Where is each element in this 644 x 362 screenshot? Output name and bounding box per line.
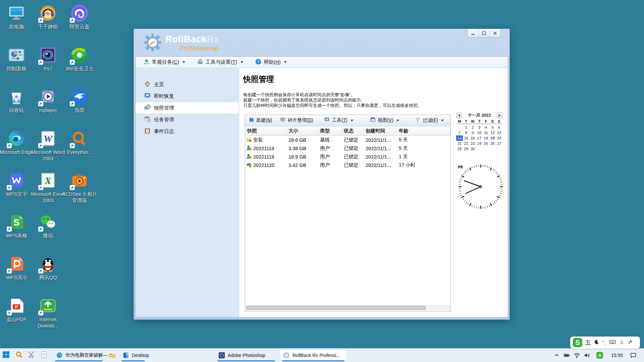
toolbar-button-视图[interactable]: 视图(V) <box>369 115 400 126</box>
photoshop-icon <box>218 352 225 359</box>
calendar-date-13[interactable]: 13 <box>496 130 502 135</box>
snip-button[interactable] <box>28 351 35 360</box>
calendar-date-28[interactable]: 28 <box>456 146 463 152</box>
punctuation-indicator[interactable]: °, <box>602 340 606 345</box>
table-cell: 已锁定 <box>342 161 364 169</box>
calendar-date-19[interactable]: 19 <box>489 135 496 141</box>
calendar-date-26[interactable]: 26 <box>489 141 496 146</box>
person-icon[interactable] <box>619 339 625 346</box>
calendar-date-8[interactable]: 8 <box>463 130 470 135</box>
column-header-快照[interactable]: 快照 <box>245 126 286 136</box>
calendar-date-15[interactable]: 15 <box>463 135 470 141</box>
desktop-icon-qq[interactable]: 腾讯QQ <box>30 255 66 281</box>
window-titlebar[interactable]: RollBackRx Professional <box>135 29 508 56</box>
tray-battery-button[interactable] <box>564 352 570 359</box>
menu-帮助[interactable]: ?帮助(H) <box>255 59 287 66</box>
tray-clock[interactable]: 15:55 <box>611 353 623 358</box>
scrollbar-thumb[interactable] <box>246 306 426 310</box>
table-row[interactable]: 202211143.38 GB用户已锁定2022/11/1...5 天 <box>245 144 450 153</box>
sidebar-item-主页[interactable]: 主页 <box>136 79 239 90</box>
calendar-date-25[interactable]: 25 <box>483 141 489 146</box>
column-header-创建时间[interactable]: 创建时间 <box>364 126 397 136</box>
calendar-date-1[interactable]: 1 <box>463 125 470 130</box>
desktop-icon-aliyun[interactable]: 阿里云盘 <box>61 4 98 30</box>
input-method-logo-icon[interactable]: S <box>573 338 582 347</box>
next-month-button[interactable] <box>497 113 502 118</box>
minimize-button[interactable] <box>468 29 479 37</box>
calendar-date-22[interactable]: 22 <box>463 141 470 146</box>
notepad-button[interactable] <box>40 351 48 360</box>
column-header-类型[interactable]: 类型 <box>318 126 342 136</box>
desktop-icon-idm[interactable]: Internet Downlo... <box>30 297 66 329</box>
calendar-date-21[interactable]: 21 <box>456 141 463 146</box>
column-header-状态[interactable]: 状态 <box>342 126 364 136</box>
folder-icon <box>109 352 116 359</box>
window-controls <box>467 29 501 38</box>
calendar-date-12[interactable]: 12 <box>489 130 496 135</box>
sidebar-item-任务管理[interactable]: 任务管理 <box>136 114 239 125</box>
win-start-button[interactable] <box>2 351 10 360</box>
maximize-button[interactable] <box>479 29 490 37</box>
desktop-icon-safe360[interactable]: 360安全卫士 <box>61 46 98 72</box>
calendar-date-3[interactable]: 3 <box>476 125 483 130</box>
column-header-大小[interactable]: 大小 <box>286 126 318 136</box>
table-row[interactable]: 202211203.42 GB用户已锁定2022/11/1...17 小时 <box>245 161 450 169</box>
menu-常规任务[interactable]: 常规任务(C) <box>144 59 185 66</box>
horizontal-scrollbar[interactable] <box>246 305 450 310</box>
taskbar-task-RollBack Rx Professi...[interactable]: RollBack Rx Professi... <box>280 350 346 361</box>
input-mode-indicator[interactable]: 五 <box>585 339 591 347</box>
toolbar-button-碎片整理[interactable]: 碎片整理(D) <box>279 115 314 126</box>
keyboard-icon[interactable] <box>609 339 616 347</box>
calendar-date-14[interactable]: 14 <box>456 135 463 141</box>
calendar-date-6[interactable]: 6 <box>496 125 502 130</box>
calendar-date-7[interactable]: 7 <box>456 130 463 135</box>
taskbar-task-华为电脑管家破解—...[interactable]: 华为电脑管家破解—... <box>53 350 105 361</box>
calendar-date-18[interactable]: 18 <box>483 135 489 141</box>
shortcut-arrow-icon <box>38 227 43 232</box>
desktop-icon-wechat[interactable]: 微信 <box>30 213 66 239</box>
taskbar: 华为电脑管家破解—...DesktopAdobe PhotoshopRollBa… <box>0 348 644 362</box>
table-cell: 已锁定 <box>342 153 364 161</box>
calendar-date-2[interactable]: 2 <box>469 125 476 130</box>
desktop-icon-label: 360安全卫士 <box>61 65 98 72</box>
calendar-date-29[interactable]: 29 <box>463 146 470 152</box>
moon-icon[interactable] <box>594 339 599 346</box>
calendar-date-10[interactable]: 10 <box>476 130 483 135</box>
calendar-date-30[interactable]: 30 <box>469 146 476 152</box>
tray-input-logo-button[interactable]: S <box>596 352 603 359</box>
desktop-icon-everything[interactable]: Everythin... <box>61 129 98 155</box>
prev-month-button[interactable] <box>456 113 462 118</box>
calendar-date-16[interactable]: 16 <box>469 135 476 141</box>
calendar-date-20[interactable]: 20 <box>496 135 502 141</box>
sidebar-item-快照管理[interactable]: 快照管理 <box>136 102 239 114</box>
search-button[interactable] <box>15 351 23 360</box>
calendar-date-23[interactable]: 23 <box>469 141 476 146</box>
tray-chevron-up-button[interactable] <box>553 352 560 359</box>
taskbar-task-Desktop[interactable]: Desktop <box>119 350 147 361</box>
toolbar-button-工具[interactable]: 工具(T) <box>323 115 355 126</box>
calendar-date-4[interactable]: 4 <box>483 125 489 130</box>
toolbar-button-过滤[interactable]: 过滤(F) <box>414 115 445 126</box>
calendar-date-11[interactable]: 11 <box>483 130 489 135</box>
toolbar-button-新建[interactable]: 新建(N) <box>247 115 273 126</box>
table-row[interactable]: 2022111918.9 GB用户已锁定2022/11/1...1 天 <box>245 153 450 161</box>
close-button[interactable] <box>490 29 500 37</box>
sidebar-item-即时恢复[interactable]: 即时恢复 <box>136 90 239 102</box>
calendar-date-17[interactable]: 17 <box>476 135 483 141</box>
desktop-icon-acdsee[interactable]: ACDSee 9 相片管理器 <box>61 171 98 203</box>
desktop-icon-xunlei[interactable]: 迅雷 <box>61 87 98 113</box>
tray-volume-button[interactable] <box>584 352 590 359</box>
calendar-date-27[interactable]: 27 <box>496 141 502 146</box>
tray-wifi-button[interactable] <box>574 352 580 359</box>
wrench-icon[interactable] <box>628 339 633 346</box>
calendar-date-5[interactable]: 5 <box>489 125 496 130</box>
notification-center-button[interactable] <box>630 352 637 359</box>
table-row[interactable]: 安装28.6 GB基线已锁定2022/11/1...5 天 <box>245 136 450 144</box>
column-header-年龄[interactable]: 年龄 <box>397 126 450 136</box>
sidebar-item-事件日志[interactable]: 事件日志 <box>136 126 239 137</box>
menu-工具与设置[interactable]: 工具与设置(T) <box>197 59 243 66</box>
taskbar-task-Adobe Photoshop[interactable]: Adobe Photoshop <box>215 350 277 361</box>
calendar-date-24[interactable]: 24 <box>476 141 483 146</box>
calendar-date-9[interactable]: 9 <box>469 130 476 135</box>
taskbar-task-folder[interactable] <box>106 350 118 361</box>
